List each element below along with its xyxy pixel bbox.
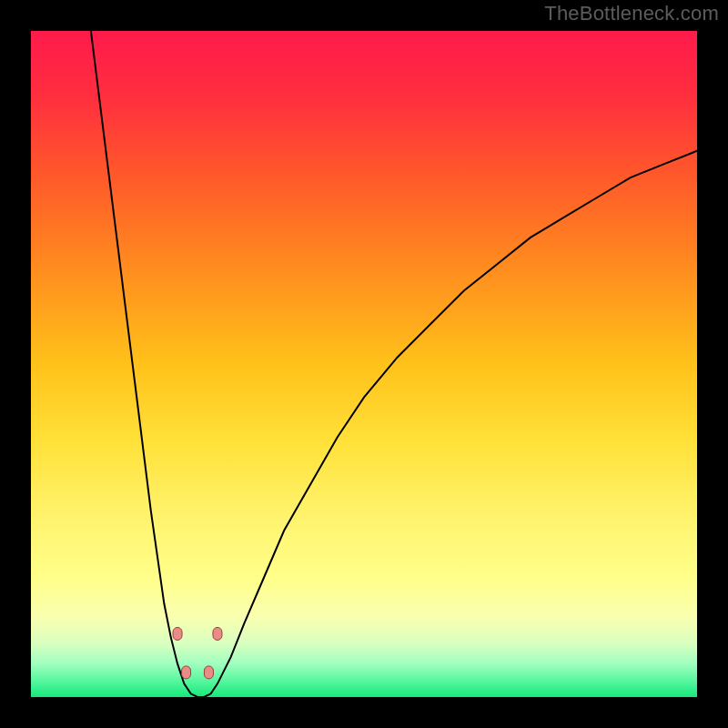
watermark-text: TheBottleneck.com	[544, 2, 719, 25]
chart-frame: TheBottleneck.com	[0, 0, 728, 728]
bottleneck-curve-chart	[31, 31, 697, 697]
curve-marker	[182, 666, 191, 679]
curve-marker	[173, 627, 182, 640]
curve-marker	[213, 627, 222, 640]
gradient-background	[31, 31, 697, 697]
curve-marker	[204, 666, 213, 679]
plot-area	[31, 31, 697, 697]
